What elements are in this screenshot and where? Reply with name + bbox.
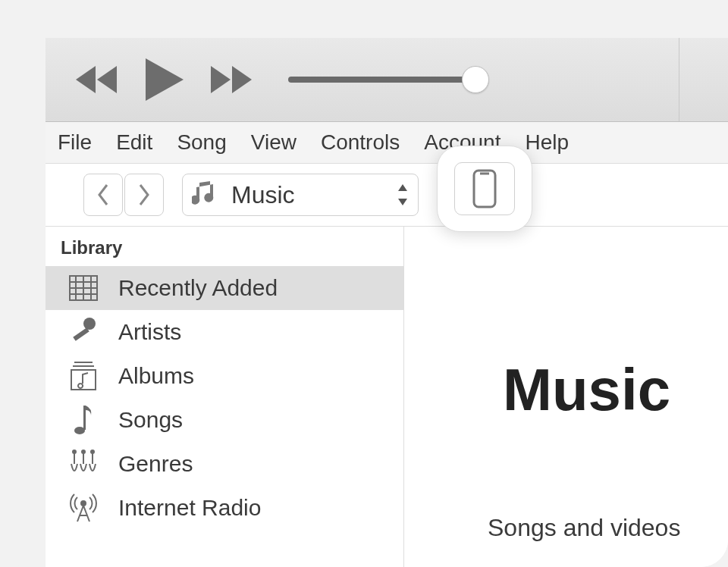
volume-thumb[interactable]: [462, 66, 489, 93]
phone-icon: [472, 169, 497, 208]
svg-point-29: [81, 501, 86, 506]
media-type-selector[interactable]: Music: [182, 174, 419, 216]
note-icon: [67, 403, 100, 437]
sidebar-item-artists[interactable]: Artists: [46, 310, 403, 354]
sidebar-item-songs[interactable]: Songs: [46, 398, 403, 442]
media-selector-label: Music: [231, 181, 397, 209]
play-button[interactable]: [146, 58, 184, 101]
sidebar: Library Recently Added: [46, 227, 404, 567]
device-button[interactable]: [437, 146, 532, 232]
svg-point-16: [83, 318, 96, 330]
menu-edit[interactable]: Edit: [116, 130, 152, 155]
svg-point-21: [74, 427, 85, 434]
microphone-icon: [67, 315, 100, 349]
svg-rect-22: [83, 406, 86, 430]
toolbar: Music: [46, 164, 728, 227]
svg-marker-2: [146, 58, 184, 101]
svg-line-30: [77, 506, 83, 522]
svg-rect-17: [73, 327, 89, 341]
sidebar-item-recently-added[interactable]: Recently Added: [46, 266, 403, 310]
main-content: Music Songs and videos: [404, 227, 728, 567]
next-button[interactable]: [211, 66, 253, 93]
page-subtitle: Songs and videos: [488, 514, 728, 542]
menu-song[interactable]: Song: [177, 130, 226, 155]
menu-file[interactable]: File: [58, 130, 92, 155]
sidebar-item-label: Songs: [118, 407, 183, 433]
rewind-icon: [76, 66, 118, 93]
chevron-right-icon: [137, 183, 151, 206]
menu-controls[interactable]: Controls: [321, 130, 400, 155]
sidebar-item-label: Genres: [118, 451, 193, 477]
menu-view[interactable]: View: [251, 130, 297, 155]
svg-rect-7: [474, 171, 495, 207]
svg-marker-1: [97, 66, 117, 93]
svg-line-31: [83, 506, 89, 522]
guitar-icon: [67, 447, 100, 481]
chevron-left-icon: [96, 183, 110, 206]
svg-marker-6: [398, 199, 407, 205]
previous-button[interactable]: [76, 66, 118, 93]
stepper-arrows-icon: [397, 184, 409, 205]
sidebar-item-albums[interactable]: Albums: [46, 354, 403, 398]
volume-slider[interactable]: [288, 77, 482, 83]
sidebar-item-genres[interactable]: Genres: [46, 442, 403, 486]
device-button-inner: [454, 162, 515, 215]
divider: [679, 38, 679, 121]
playback-bar: [46, 38, 728, 122]
nav-back-button[interactable]: [83, 174, 123, 216]
svg-marker-4: [232, 66, 252, 93]
svg-marker-0: [76, 66, 96, 93]
radio-tower-icon: [67, 491, 100, 525]
sidebar-item-label: Internet Radio: [118, 495, 261, 521]
album-icon: [67, 359, 100, 393]
svg-marker-5: [398, 184, 407, 191]
app-window: File Edit Song View Controls Account Hel…: [46, 38, 728, 567]
svg-point-26: [73, 450, 76, 453]
nav-forward-button[interactable]: [124, 174, 164, 216]
sidebar-item-internet-radio[interactable]: Internet Radio: [46, 486, 403, 530]
svg-point-27: [82, 450, 85, 453]
music-note-icon: [192, 180, 218, 210]
sidebar-item-label: Artists: [118, 319, 181, 345]
menu-bar: File Edit Song View Controls Account Hel…: [46, 122, 728, 164]
sidebar-item-label: Recently Added: [118, 275, 278, 301]
svg-marker-3: [211, 66, 231, 93]
body-area: Library Recently Added: [46, 227, 728, 567]
sidebar-header-library: Library: [46, 227, 403, 266]
svg-point-28: [91, 450, 94, 453]
page-title: Music: [503, 356, 728, 424]
sidebar-item-label: Albums: [118, 363, 194, 389]
play-icon: [146, 58, 184, 101]
menu-help[interactable]: Help: [525, 130, 569, 155]
grid-icon: [67, 271, 100, 305]
fast-forward-icon: [211, 66, 253, 93]
